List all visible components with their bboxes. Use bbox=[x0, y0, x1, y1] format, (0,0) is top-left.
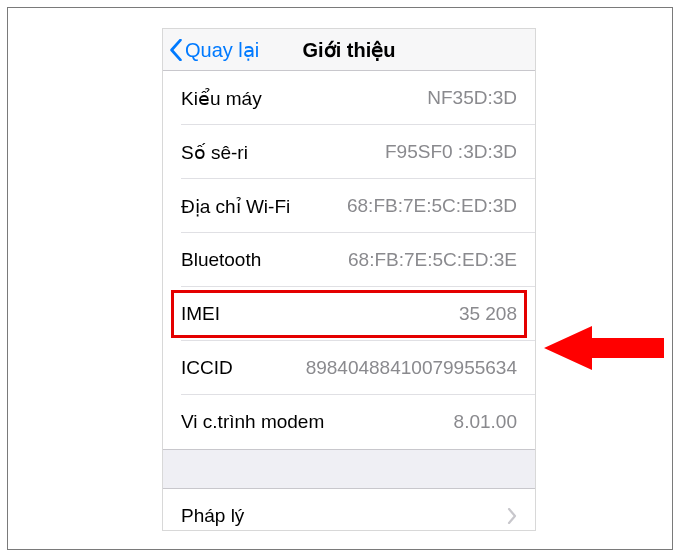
arrow-annotation-icon bbox=[544, 326, 664, 421]
row-value-modem: 8.01.00 bbox=[454, 411, 517, 433]
row-serial[interactable]: Số sê-ri F95SF0 :3D:3D bbox=[163, 125, 535, 179]
legal-settings-group: Pháp lý bbox=[163, 488, 535, 531]
row-label-model: Kiểu máy bbox=[181, 87, 262, 110]
row-label-imei: IMEI bbox=[181, 303, 220, 325]
row-label-serial: Số sê-ri bbox=[181, 141, 248, 164]
row-wifi[interactable]: Địa chỉ Wi-Fi 68:FB:7E:5C:ED:3D bbox=[163, 179, 535, 233]
svg-marker-0 bbox=[544, 326, 664, 370]
row-iccid[interactable]: ICCID 89840488410079955634 bbox=[163, 341, 535, 395]
row-label-modem: Vi c.trình modem bbox=[181, 411, 324, 433]
row-modem[interactable]: Vi c.trình modem 8.01.00 bbox=[163, 395, 535, 449]
row-value-serial: F95SF0 :3D:3D bbox=[385, 141, 517, 163]
chevron-right-icon bbox=[507, 508, 517, 524]
row-value-model: NF35D:3D bbox=[427, 87, 517, 109]
row-value-iccid: 89840488410079955634 bbox=[306, 357, 517, 379]
row-value-bluetooth: 68:FB:7E:5C:ED:3E bbox=[348, 249, 517, 271]
row-model[interactable]: Kiểu máy NF35D:3D bbox=[163, 71, 535, 125]
back-label: Quay lại bbox=[185, 38, 259, 62]
row-legal[interactable]: Pháp lý bbox=[163, 489, 535, 531]
navigation-bar: Quay lại Giới thiệu bbox=[163, 29, 535, 71]
row-label-wifi: Địa chỉ Wi-Fi bbox=[181, 195, 290, 218]
row-value-imei: 35 208 bbox=[459, 303, 517, 325]
image-frame: Quay lại Giới thiệu Kiểu máy NF35D:3D Số… bbox=[7, 7, 673, 550]
row-label-iccid: ICCID bbox=[181, 357, 233, 379]
row-imei[interactable]: IMEI 35 208 bbox=[163, 287, 535, 341]
row-value-wifi: 68:FB:7E:5C:ED:3D bbox=[347, 195, 517, 217]
about-settings-group: Kiểu máy NF35D:3D Số sê-ri F95SF0 :3D:3D… bbox=[163, 71, 535, 450]
row-bluetooth[interactable]: Bluetooth 68:FB:7E:5C:ED:3E bbox=[163, 233, 535, 287]
back-button[interactable]: Quay lại bbox=[169, 38, 259, 62]
phone-screenshot: Quay lại Giới thiệu Kiểu máy NF35D:3D Số… bbox=[162, 28, 536, 531]
chevron-left-icon bbox=[169, 39, 183, 61]
row-label-legal: Pháp lý bbox=[181, 505, 244, 527]
page-title: Giới thiệu bbox=[303, 38, 396, 62]
row-label-bluetooth: Bluetooth bbox=[181, 249, 261, 271]
